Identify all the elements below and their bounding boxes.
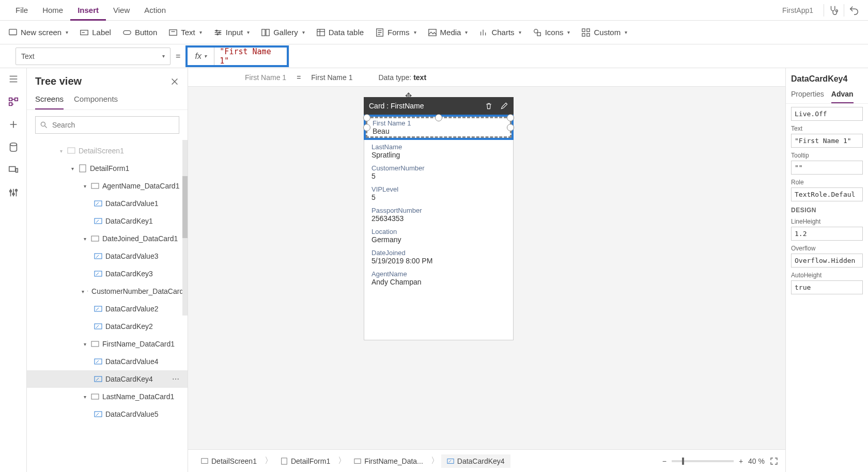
tree-node-datacardkey3[interactable]: DataCardKey3 (27, 265, 188, 282)
close-icon[interactable] (170, 77, 179, 86)
tree-node-datacardvalue3[interactable]: DataCardValue3 (27, 247, 188, 265)
formula-bar: Text▾ = fx▾ "First Name 1" (0, 44, 868, 68)
tab-components[interactable]: Components (74, 91, 118, 109)
role-value[interactable]: TextRole.Defaul (791, 187, 863, 201)
lineheight-value[interactable]: 1.2 (791, 227, 863, 241)
icons-dropdown[interactable]: Icons▾ (533, 28, 570, 37)
crumb-screen[interactable]: DetailScreen1 (195, 454, 262, 468)
tree-node-firstname-card[interactable]: ▾FirstName_DataCard1 (27, 335, 188, 353)
fit-icon[interactable] (770, 457, 778, 465)
tree-node-detailscreen[interactable]: ▾DetailScreen1 (27, 142, 188, 160)
new-screen-button[interactable]: New screen▾ (8, 28, 68, 37)
label-button[interactable]: Label (80, 28, 111, 37)
menu-file[interactable]: File (8, 0, 35, 21)
resize-handle[interactable] (363, 114, 370, 121)
tree-node-datacardkey2[interactable]: DataCardKey2 (27, 318, 188, 335)
fx-button[interactable]: fx▾ (188, 48, 214, 65)
tree-node-datacardvalue5[interactable]: DataCardValue5 (27, 405, 188, 423)
hamburger-icon[interactable] (8, 73, 19, 85)
tree-node-detailform[interactable]: ▾DetailForm1 (27, 160, 188, 177)
resize-handle[interactable] (363, 124, 370, 131)
database-icon[interactable] (8, 141, 19, 153)
undo-icon[interactable] (848, 5, 860, 16)
tree-node-datejoined-card[interactable]: ▾DateJoined_DataCard1 (27, 230, 188, 247)
charts-dropdown[interactable]: Charts▾ (479, 28, 521, 37)
shapes-icon (533, 28, 542, 37)
field-customernumber[interactable]: CustomerNumber5 (364, 161, 513, 182)
tab-screens[interactable]: Screens (35, 91, 64, 109)
zoom-out-icon[interactable]: − (662, 457, 667, 465)
tree-node-lastname-card[interactable]: ▾LastName_DataCard1 (27, 388, 188, 405)
trash-icon[interactable] (485, 102, 493, 110)
text-icon (168, 28, 178, 37)
settings-sliders-icon[interactable] (8, 187, 19, 198)
overflow-label: Overflow (791, 245, 863, 252)
card-titlebar[interactable]: Card : FirstName (364, 97, 514, 115)
datatable-button[interactable]: Data table (316, 28, 364, 37)
resize-handle[interactable] (507, 124, 514, 131)
tree-view-icon[interactable] (8, 96, 19, 107)
crumb-key[interactable]: DataCardKey4 (441, 454, 510, 468)
tree-node-datacardvalue1[interactable]: DataCardValue1 (27, 195, 188, 212)
tooltip-value[interactable]: "" (791, 161, 863, 175)
field-passport[interactable]: PassportNumber25634353 (364, 203, 513, 225)
tree-node-datacardkey4[interactable]: DataCardKey4⋯ (27, 370, 188, 388)
svg-rect-16 (587, 28, 590, 31)
formula-input[interactable]: "First Name 1" (214, 48, 287, 65)
text-dropdown[interactable]: Text▾ (168, 28, 202, 37)
menu-insert[interactable]: Insert (70, 0, 106, 21)
resize-handle[interactable] (435, 114, 442, 121)
custom-dropdown[interactable]: Custom▾ (581, 28, 627, 37)
live-value[interactable]: Live.Off (791, 107, 863, 121)
field-datejoined[interactable]: DateJoined5/19/2019 8:00 PM (364, 246, 513, 267)
media-dropdown[interactable]: Media▾ (428, 28, 468, 37)
stethoscope-icon[interactable] (828, 5, 840, 16)
crumb-form[interactable]: DetailForm1 (275, 454, 336, 468)
svg-rect-46 (282, 458, 287, 464)
zoom-slider[interactable] (672, 460, 734, 462)
gallery-dropdown[interactable]: Gallery▾ (261, 28, 305, 37)
tree-node-datacardvalue4[interactable]: DataCardValue4 (27, 353, 188, 370)
svg-rect-4 (169, 29, 177, 35)
tree-node-agentname-card[interactable]: ▾AgentName_DataCard1 (27, 177, 188, 195)
card-body: LastNameSpratling CustomerNumber5 VIPLev… (364, 140, 514, 340)
forms-dropdown[interactable]: Forms▾ (375, 28, 416, 37)
svg-rect-31 (91, 183, 99, 188)
menu-home[interactable]: Home (35, 0, 70, 21)
input-dropdown[interactable]: Input▾ (213, 28, 250, 37)
selected-card[interactable]: Card : FirstName First Name 1 Beau (364, 97, 514, 340)
menu-action[interactable]: Action (137, 0, 173, 21)
zoom-in-icon[interactable]: + (739, 457, 743, 465)
tree-scroll[interactable]: ▾DetailScreen1 ▾DetailForm1 ▾AgentName_D… (27, 140, 188, 472)
tree-node-customernumber-card[interactable]: ▾CustomerNumber_DataCard1 (27, 282, 188, 300)
field-viplevel[interactable]: VIPLevel5 (364, 182, 513, 203)
tree-node-datacardkey1[interactable]: DataCardKey1 (27, 212, 188, 230)
svg-rect-41 (95, 359, 102, 364)
text-label: Text (791, 125, 863, 132)
overflow-value[interactable]: Overflow.Hidden (791, 254, 863, 268)
text-value[interactable]: "First Name 1" (791, 134, 863, 148)
selected-datacard-key[interactable]: First Name 1 Beau (366, 117, 512, 138)
crumb-datacard[interactable]: FirstName_Data... (348, 454, 429, 468)
tab-advanced[interactable]: Advan (831, 87, 854, 103)
tree-node-datacardvalue2[interactable]: DataCardValue2 (27, 300, 188, 318)
button-button[interactable]: Button (122, 28, 157, 37)
scrollbar[interactable] (182, 140, 188, 316)
field-location[interactable]: LocationGermany (364, 225, 513, 246)
devices-icon[interactable] (8, 164, 19, 176)
property-select[interactable]: Text▾ (16, 48, 171, 65)
tree-title: Tree view (35, 75, 82, 87)
menu-view[interactable]: View (106, 0, 137, 21)
canvas[interactable]: First Name 1 = First Name 1 Data type: t… (188, 68, 785, 472)
plus-icon[interactable] (8, 119, 19, 130)
search-input[interactable] (35, 116, 179, 134)
more-icon[interactable]: ⋯ (172, 375, 180, 383)
field-lastname[interactable]: LastNameSpratling (364, 140, 513, 161)
tab-properties[interactable]: Properties (791, 87, 824, 103)
pencil-icon[interactable] (500, 102, 508, 110)
resize-handle[interactable] (507, 114, 514, 121)
zoom-controls[interactable]: − + 40 % (662, 457, 778, 465)
canvas-footer: DetailScreen1 〉 DetailForm1 〉 FirstName_… (188, 449, 785, 472)
field-agentname[interactable]: AgentNameAndy Champan (364, 267, 513, 288)
autoheight-value[interactable]: true (791, 280, 863, 294)
